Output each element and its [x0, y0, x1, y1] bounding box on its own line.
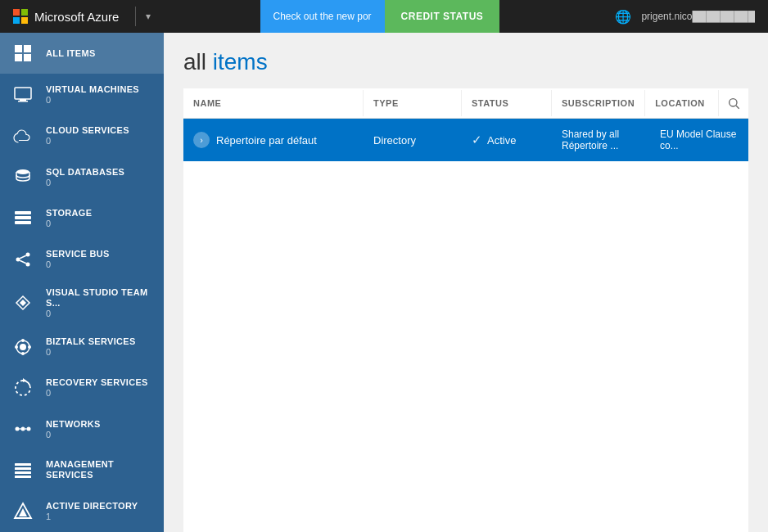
sidebar-item-all-items-text: ALL ITEMS	[46, 48, 96, 59]
cloud-icon	[10, 123, 36, 149]
sidebar-item-vm-text: VIRTUAL MACHINES 0	[46, 84, 139, 105]
svg-rect-10	[15, 221, 31, 224]
svg-rect-2	[15, 54, 22, 61]
cell-status: ✓ Active	[462, 123, 552, 157]
svg-line-36	[736, 106, 739, 109]
sidebar-item-visual-studio[interactable]: VISUAL STUDIO TEAM S... 0	[0, 280, 164, 326]
svg-line-15	[20, 260, 26, 264]
user-account[interactable]: prigent.nico█████████	[641, 11, 755, 22]
portal-notice: Check out the new por	[260, 0, 385, 33]
sidebar-item-cloud-text: CLOUD SERVICES 0	[46, 125, 129, 146]
sidebar-item-sql-text: SQL DATABASES 0	[46, 167, 124, 187]
servicebus-icon	[10, 246, 36, 273]
svg-point-22	[21, 352, 25, 355]
page-title-bold: items	[213, 49, 268, 74]
svg-rect-1	[24, 45, 31, 52]
active-directory-icon	[10, 498, 36, 525]
sidebar-item-active-directory[interactable]: ACTIVE DIRECTORY 1	[0, 491, 164, 532]
col-status: STATUS	[462, 90, 552, 116]
table-header: NAME TYPE STATUS SUBSCRIPTION LOCATION	[183, 88, 748, 119]
cell-name: › Répertoire par défaut	[183, 122, 364, 158]
sidebar-item-recovery[interactable]: RECOVERY SERVICES 0	[0, 367, 164, 408]
content-area: all items NAME TYPE STATUS SUBSCRIPTION …	[164, 33, 768, 532]
brand-logo: Microsoft Azure	[0, 9, 132, 24]
top-bar-center: Check out the new por CREDIT STATUS	[157, 0, 602, 33]
svg-rect-9	[15, 216, 31, 219]
table-row[interactable]: › Répertoire par défaut Directory ✓ Acti…	[183, 119, 748, 161]
network-icon	[10, 416, 36, 442]
database-icon	[10, 164, 36, 190]
sidebar: ALL ITEMS VIRTUAL MACHINES 0 CLOUD SERVI…	[0, 33, 164, 532]
brand-name: Microsoft Azure	[34, 10, 119, 24]
svg-rect-4	[15, 88, 31, 99]
svg-rect-29	[15, 463, 31, 466]
svg-rect-0	[15, 45, 22, 52]
grid-icon	[10, 40, 36, 66]
storage-icon	[10, 205, 36, 231]
sidebar-item-sql-databases[interactable]: SQL DATABASES 0	[0, 156, 164, 197]
col-type: TYPE	[364, 90, 462, 116]
svg-rect-5	[20, 99, 26, 101]
row-arrow-icon: ›	[193, 132, 210, 148]
sidebar-item-storage-text: STORAGE 0	[46, 208, 92, 228]
svg-point-11	[16, 257, 20, 261]
svg-point-13	[26, 262, 30, 266]
globe-icon[interactable]: 🌐	[615, 9, 631, 25]
svg-point-12	[26, 252, 30, 256]
biztalk-icon	[10, 334, 36, 360]
svg-rect-3	[24, 54, 31, 61]
sidebar-item-all-items[interactable]: ALL ITEMS	[0, 33, 164, 74]
svg-point-35	[730, 99, 737, 106]
sidebar-item-vs-text: VISUAL STUDIO TEAM S... 0	[46, 287, 154, 318]
svg-point-20	[21, 339, 25, 342]
cell-location: EU Model Clause co...	[650, 119, 748, 161]
management-icon	[10, 458, 36, 484]
main-layout: ALL ITEMS VIRTUAL MACHINES 0 CLOUD SERVI…	[0, 33, 768, 532]
microsoft-logo-icon	[13, 9, 28, 24]
page-header: all items	[164, 33, 768, 88]
divider	[135, 7, 136, 26]
svg-rect-6	[18, 101, 28, 102]
cell-type: Directory	[364, 124, 462, 156]
svg-point-18	[20, 344, 26, 350]
svg-point-25	[27, 427, 31, 431]
svg-rect-8	[15, 211, 31, 214]
top-bar: Microsoft Azure ▾ Check out the new por …	[0, 0, 768, 33]
sidebar-item-cloud-services[interactable]: CLOUD SERVICES 0	[0, 115, 164, 156]
svg-point-7	[16, 169, 29, 174]
sidebar-item-networks[interactable]: NETWORKS 0	[0, 408, 164, 449]
sidebar-item-biztalk[interactable]: BIZTALK SERVICES 0	[0, 326, 164, 367]
sidebar-item-biztalk-text: BIZTALK SERVICES 0	[46, 336, 136, 357]
svg-point-23	[15, 345, 18, 349]
top-bar-right: 🌐 prigent.nico█████████	[602, 9, 768, 25]
credit-status-button[interactable]: CREDIT STATUS	[385, 0, 500, 33]
col-subscription: SUBSCRIPTION	[552, 90, 645, 116]
sidebar-item-service-bus[interactable]: SERVICE BUS 0	[0, 239, 164, 280]
svg-line-14	[20, 255, 26, 259]
page-title: all items	[183, 49, 748, 75]
sidebar-item-virtual-machines[interactable]: VIRTUAL MACHINES 0	[0, 74, 164, 115]
sidebar-item-ad-text: ACTIVE DIRECTORY 1	[46, 501, 138, 521]
svg-point-26	[21, 427, 25, 431]
page-title-light: all	[183, 49, 206, 74]
recovery-icon	[10, 375, 36, 401]
svg-rect-31	[15, 471, 31, 474]
sidebar-item-management-text: MANAGEMENT SERVICES	[46, 459, 154, 480]
col-name: NAME	[183, 90, 364, 116]
sidebar-item-management[interactable]: MANAGEMENT SERVICES	[0, 449, 164, 490]
sidebar-item-networks-text: NETWORKS 0	[46, 419, 101, 440]
svg-point-21	[28, 345, 31, 349]
visual-studio-icon	[10, 290, 36, 316]
status-check-icon: ✓	[472, 133, 482, 147]
sidebar-item-servicebus-text: SERVICE BUS 0	[46, 249, 110, 269]
svg-rect-30	[15, 467, 31, 470]
menu-chevron-button[interactable]: ▾	[139, 7, 157, 25]
monitor-icon	[10, 82, 36, 108]
sidebar-item-recovery-text: RECOVERY SERVICES 0	[46, 377, 148, 398]
svg-point-24	[16, 427, 20, 431]
items-table: NAME TYPE STATUS SUBSCRIPTION LOCATION ›…	[183, 88, 748, 532]
search-button[interactable]	[719, 88, 748, 118]
svg-marker-17	[20, 300, 26, 306]
cell-subscription: Shared by all Répertoire ...	[552, 119, 650, 161]
sidebar-item-storage[interactable]: STORAGE 0	[0, 197, 164, 238]
